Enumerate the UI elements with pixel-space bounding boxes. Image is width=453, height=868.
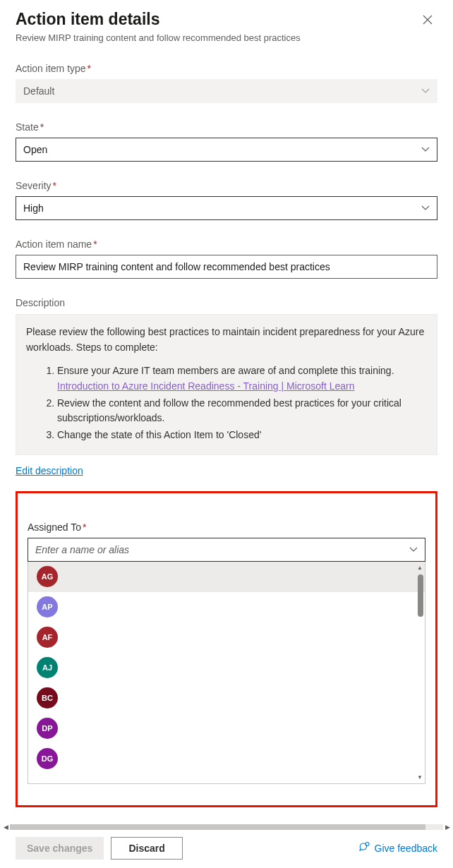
give-feedback-link[interactable]: Give feedback	[358, 842, 438, 855]
action-item-name-label: Action item name*	[16, 239, 437, 250]
state-value: Open	[23, 144, 47, 155]
description-box: Please review the following best practic…	[16, 314, 437, 455]
description-step-1: Ensure your Azure IT team members are aw…	[57, 363, 427, 394]
avatar: AJ	[37, 657, 58, 678]
assigned-option-ag[interactable]: AG	[28, 562, 425, 592]
action-item-type-label: Action item type*	[16, 63, 437, 74]
scroll-thumb[interactable]	[418, 574, 423, 617]
severity-select[interactable]: High	[16, 196, 437, 220]
close-button[interactable]	[418, 10, 437, 30]
panel-subtitle: Review MIRP training content and follow …	[16, 32, 437, 43]
discard-button[interactable]: Discard	[111, 837, 182, 860]
avatar: AG	[37, 566, 58, 587]
feedback-icon	[358, 842, 370, 855]
chevron-down-icon	[409, 545, 418, 555]
chevron-down-icon	[421, 86, 430, 96]
action-item-type-value: Default	[23, 85, 54, 97]
avatar: AF	[37, 627, 58, 648]
assigned-to-label: Assigned To*	[28, 522, 425, 533]
avatar: AP	[37, 596, 58, 617]
scroll-down-arrow[interactable]: ▼	[417, 774, 423, 780]
description-step-3: Change the state of this Action Item to …	[57, 428, 427, 443]
avatar: DG	[37, 748, 58, 769]
chevron-down-icon	[421, 145, 430, 155]
action-item-name-input[interactable]	[16, 255, 437, 279]
description-step-2: Review the content and follow the recomm…	[57, 396, 427, 426]
state-select[interactable]: Open	[16, 138, 437, 162]
panel-title: Action item details	[16, 10, 159, 29]
scroll-up-arrow[interactable]: ▲	[417, 565, 423, 571]
assigned-option-aj[interactable]: AJ	[28, 653, 425, 683]
assigned-to-input[interactable]: Enter a name or alias	[28, 538, 425, 562]
assigned-to-dropdown: AGAPAFAJBCDPDG ▲ ▼	[28, 562, 425, 784]
chevron-down-icon	[421, 203, 430, 213]
assigned-to-highlight: Assigned To* Enter a name or alias AGAPA…	[16, 491, 437, 807]
assigned-option-dp[interactable]: DP	[28, 713, 425, 744]
edit-description-link[interactable]: Edit description	[16, 465, 83, 476]
training-link[interactable]: Introduction to Azure Incident Readiness…	[57, 380, 355, 392]
assigned-option-af[interactable]: AF	[28, 622, 425, 653]
assigned-to-placeholder: Enter a name or alias	[35, 544, 129, 555]
save-changes-button: Save changes	[16, 837, 104, 860]
assigned-option-ap[interactable]: AP	[28, 592, 425, 622]
assigned-option-bc[interactable]: BC	[28, 683, 425, 713]
action-item-type-select: Default	[16, 79, 437, 103]
avatar: DP	[37, 718, 58, 739]
description-label: Description	[16, 297, 437, 308]
avatar: BC	[37, 687, 58, 709]
feedback-text: Give feedback	[375, 843, 438, 854]
severity-value: High	[23, 203, 44, 214]
state-label: State*	[16, 121, 437, 133]
severity-label: Severity*	[16, 180, 437, 191]
assigned-option-dg[interactable]: DG	[28, 744, 425, 774]
description-intro: Please review the following best practic…	[26, 325, 427, 355]
